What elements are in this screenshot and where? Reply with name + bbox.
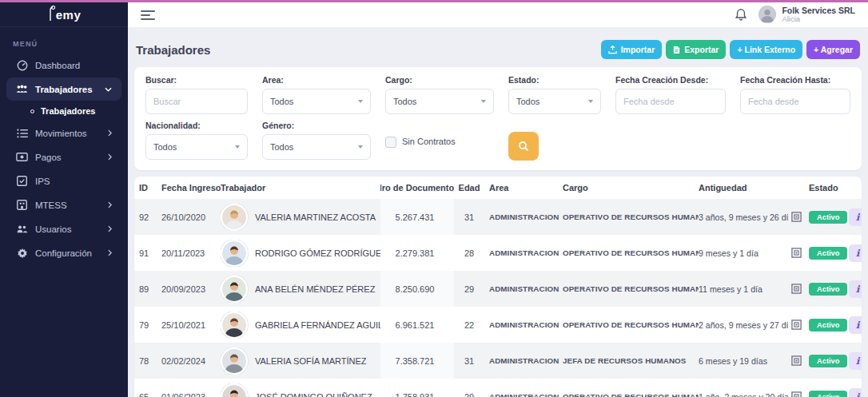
contract-icon[interactable] (788, 212, 809, 222)
worker-avatar (221, 347, 248, 375)
sidebar-item-label: Trabajadores (35, 85, 97, 94)
sidebar-item-ips[interactable]: IPS (6, 169, 121, 193)
table-row[interactable]: 78 02/02/2024 VALERIA SOFÍA MARTÍNEZ 7.3… (134, 343, 862, 379)
sidebar-item-configuracion[interactable]: Configuración (6, 241, 121, 264)
sidebar-subitem-label: Trabajadores (41, 106, 95, 116)
workers-icon (16, 83, 28, 95)
col-area[interactable]: Area (489, 183, 563, 193)
sidebar: emy MENÚ Dashboard Trabajadores Trabajad… (0, 0, 128, 397)
link-externo-button[interactable]: + Link Externo (730, 40, 802, 59)
cell-edad: 31 (454, 212, 489, 222)
table-row[interactable]: 65 01/06/2023 JOSÉ DOMINGO QUIÑONEZ 1.75… (134, 379, 862, 397)
sidebar-item-label: Movimientos (35, 129, 97, 138)
col-antiguedad[interactable]: Antiguedad (699, 183, 788, 193)
chevron-right-icon (104, 129, 112, 137)
worker-name: VALERIA SOFÍA MARTÍNEZ (255, 356, 367, 366)
gear-icon (16, 247, 28, 259)
cargo-select[interactable]: Todos (385, 89, 494, 114)
sidebar-item-usuarios[interactable]: Usuarios (6, 217, 121, 240)
caret-down-icon (235, 145, 240, 149)
sidebar-item-dashboard[interactable]: Dashboard (6, 54, 121, 77)
fecha-hasta-input[interactable] (740, 89, 850, 114)
table-header-row: ID Fecha Ingreso Trabajador Nro de Docum… (134, 177, 862, 199)
caret-down-icon (358, 100, 363, 103)
cell-cargo: OPERATIVO DE RECURSOS HUMANOS (563, 284, 699, 293)
worker-name: RODRIGO GÓMEZ RODRÍGUEZ (255, 248, 380, 258)
sidebar-item-movimientos[interactable]: Movimientos (6, 121, 121, 145)
sidebar-item-label: Pagos (35, 153, 97, 162)
status-badge: Activo (809, 355, 847, 367)
fecha-desde-input[interactable] (615, 89, 726, 114)
user-name: Alicia (782, 15, 855, 24)
file-icon (673, 46, 680, 54)
table-row[interactable]: 79 25/10/2021 GABRIELA FERNÁNDEZ AGUILAR… (134, 307, 862, 343)
col-estado[interactable]: Estado (809, 183, 849, 193)
search-icon (518, 141, 529, 152)
checkbox-icon (385, 137, 396, 148)
area-select[interactable]: Todos (262, 89, 371, 114)
genero-select[interactable]: Todos (262, 134, 371, 160)
info-button[interactable]: i (849, 316, 862, 334)
table-row[interactable]: 91 20/11/2023 RODRIGO GÓMEZ RODRÍGUEZ 2.… (134, 235, 862, 271)
exportar-button[interactable]: Exportar (666, 40, 726, 59)
cell-trabajador: VALERIA MARTINEZ ACOSTA (221, 204, 380, 231)
cell-area: ADMINISTRACION (489, 392, 563, 397)
info-button[interactable]: i (849, 280, 862, 298)
sidebar-item-pagos[interactable]: Pagos (6, 145, 121, 169)
col-trabajador[interactable]: Trabajador (221, 183, 380, 193)
table-row[interactable]: 89 20/09/2023 ANA BELÉN MÉNDEZ PÉREZ 8.2… (134, 271, 862, 307)
sidebar-item-mtess[interactable]: MTESS (6, 193, 121, 216)
money-icon (16, 151, 28, 163)
app-logo[interactable]: emy (0, 0, 128, 27)
col-cargo[interactable]: Cargo (563, 183, 699, 193)
sidebar-item-label: Usuarios (35, 224, 97, 234)
contract-icon[interactable] (788, 355, 809, 366)
status-badge: Activo (809, 247, 847, 260)
cell-antiguedad: 2 años, 9 meses y 27 días (699, 320, 788, 330)
nacionalidad-select[interactable]: Todos (145, 134, 248, 160)
contract-icon[interactable] (788, 248, 809, 258)
buscar-input[interactable] (145, 89, 248, 114)
sidebar-item-trabajadores[interactable]: Trabajadores (6, 77, 121, 101)
contract-icon[interactable] (788, 320, 809, 330)
info-button[interactable]: i (849, 244, 862, 262)
menu-section-label: MENÚ (0, 27, 128, 53)
cell-actions: i (849, 244, 862, 262)
col-edad[interactable]: Edad (454, 183, 489, 193)
cell-edad: 29 (454, 284, 489, 294)
cell-actions: i (849, 388, 862, 397)
table-row[interactable]: 92 26/10/2020 VALERIA MARTINEZ ACOSTA 5.… (134, 199, 862, 235)
cell-documento: 6.961.521 (380, 307, 454, 343)
cell-actions: i (849, 352, 862, 370)
bullet-icon (30, 109, 34, 113)
cell-area: ADMINISTRACION (489, 248, 563, 257)
notifications-bell-icon[interactable] (735, 8, 747, 22)
importar-button[interactable]: Importar (601, 40, 663, 59)
worker-avatar (221, 312, 248, 339)
sin-contratos-checkbox[interactable]: Sin Contratos (385, 121, 494, 161)
menu-toggle-icon[interactable] (141, 8, 155, 22)
chevron-right-icon (104, 201, 112, 208)
user-menu[interactable]: Folk Services SRL Alicia (759, 6, 855, 24)
worker-avatar (221, 204, 248, 231)
info-button[interactable]: i (849, 208, 862, 226)
contract-icon[interactable] (788, 284, 809, 294)
cell-id: 91 (139, 248, 161, 258)
sidebar-item-label: Dashboard (35, 61, 112, 70)
info-button[interactable]: i (849, 352, 862, 370)
estado-select[interactable]: Todos (508, 89, 601, 114)
cell-area: ADMINISTRACION (489, 356, 563, 365)
caret-down-icon (358, 145, 363, 149)
search-button[interactable] (508, 132, 539, 161)
col-documento[interactable]: Nro de Documento (380, 177, 454, 199)
sidebar-subitem-trabajadores[interactable]: Trabajadores (6, 101, 121, 121)
cell-id: 79 (139, 320, 161, 330)
cell-trabajador: VALERIA SOFÍA MARTÍNEZ (221, 347, 380, 375)
genero-label: Género: (262, 121, 371, 130)
col-fecha-ingreso[interactable]: Fecha Ingreso (161, 183, 221, 193)
agregar-button[interactable]: + Agregar (806, 40, 860, 59)
cell-documento: 8.250.690 (380, 271, 454, 307)
contract-icon[interactable] (788, 391, 809, 397)
col-id[interactable]: ID (139, 183, 161, 193)
info-button[interactable]: i (849, 388, 862, 397)
